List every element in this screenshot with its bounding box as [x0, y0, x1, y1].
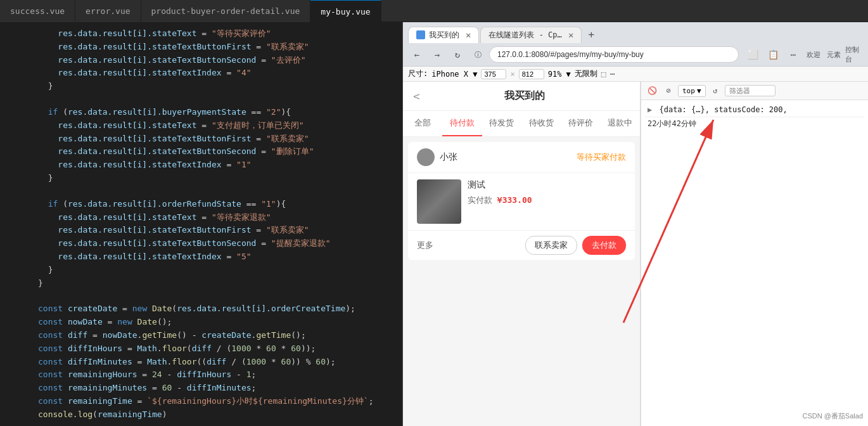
- console-entry-object: ▶ {data: {…}, statusCode: 200,: [645, 103, 864, 117]
- zoom-selector[interactable]: 91% ▼: [548, 70, 571, 79]
- editor-tabs-bar: success.vue error.vue product-buyer-orde…: [0, 0, 868, 22]
- phone-tab-pending-ship[interactable]: 待发货: [482, 111, 521, 136]
- browser-tab-close-mybuy[interactable]: ✕: [466, 30, 471, 40]
- order-seller-info: 小张: [417, 148, 457, 166]
- cast-button[interactable]: ⬜: [744, 46, 762, 63]
- code-line: }: [0, 277, 402, 290]
- footer-more[interactable]: 更多: [417, 240, 433, 251]
- code-line: [0, 93, 402, 106]
- code-line: const remainingTime = `${remainingHours}…: [0, 395, 402, 408]
- code-line: res.data.result[i].stateTextButtonSecond…: [0, 145, 402, 158]
- more-viewport-icon[interactable]: ⋯: [610, 69, 615, 79]
- code-line: res.data.result[i].stateTextButtonSecond…: [0, 54, 402, 67]
- viewport-x: ×: [510, 70, 514, 79]
- product-price: 实付款 ¥333.00: [468, 195, 626, 206]
- main-area: res.data.result[i].stateText = "等待买家评价" …: [0, 22, 868, 426]
- code-line: res.data.result[i].stateTextIndex = "1": [0, 158, 402, 172]
- info-button[interactable]: ⓘ: [469, 46, 487, 63]
- forward-button[interactable]: →: [428, 46, 446, 63]
- tab-success[interactable]: success.vue: [0, 0, 75, 22]
- tab-product[interactable]: product-buyer-order-detail.vue: [141, 0, 311, 22]
- rotate-icon[interactable]: ⬚: [601, 69, 606, 79]
- phone-tab-pending-review[interactable]: 待评价: [561, 111, 600, 136]
- devtools-filter-icon[interactable]: ⊘: [661, 84, 675, 98]
- code-line: const diffInMinutes = Math.floor((diff /…: [0, 356, 402, 369]
- browser-toolbar-right: ⬜ 📋 ⋯ 欢迎 元素 控制台: [744, 46, 863, 63]
- code-line: res.data.result[i].stateText = "等待买家评价": [0, 27, 402, 41]
- devtools-clear-icon[interactable]: 🚫: [645, 84, 659, 98]
- code-line: res.data.result[i].stateTextButtonFirst …: [0, 132, 402, 146]
- top-dropdown-arrow: ▼: [697, 87, 701, 95]
- browser-tab-close-cpolar[interactable]: ✕: [568, 30, 573, 40]
- code-line: res.data.result[i].stateText = "等待卖家退款": [0, 211, 402, 224]
- browser-tab-title-cpolar: 在线隧道列表 - Cpolar: [488, 30, 562, 41]
- browser-address-bar: ← → ↻ ⓘ ⬜ 📋 ⋯ 欢迎 元素 控制台: [403, 43, 868, 66]
- devtools-panel: 🚫 ⊘ top ▼ ↺ ▶ {data: {…}, statusCode: 20…: [641, 82, 868, 426]
- phone-tab-pending-pay[interactable]: 待付款: [442, 111, 482, 136]
- reload-button[interactable]: ↻: [449, 46, 466, 63]
- phone-tab-refund[interactable]: 退款中: [601, 111, 640, 136]
- code-line: res.data.result[i].stateTextIndex = "4": [0, 67, 402, 80]
- more-button[interactable]: ⋯: [784, 46, 802, 63]
- code-line: [0, 185, 402, 198]
- back-button[interactable]: ←: [408, 46, 426, 63]
- browser-tabs-bar: 我买到的 ✕ 在线隧道列表 - Cpolar ✕ +: [403, 22, 868, 43]
- tab-error[interactable]: error.vue: [75, 0, 141, 22]
- limit-selector[interactable]: 无限制: [575, 68, 597, 79]
- screenshot-button[interactable]: 📋: [764, 46, 782, 63]
- code-editor[interactable]: res.data.result[i].stateText = "等待买家评价" …: [0, 22, 402, 426]
- code-line: res.data.result[i].stateText = "支付超时，订单已…: [0, 119, 402, 132]
- code-line: const createDate = new Date(res.data.res…: [0, 302, 402, 316]
- browser-tab-mybuy[interactable]: 我买到的 ✕: [408, 27, 479, 43]
- phone-tab-all[interactable]: 全部: [403, 111, 442, 136]
- viewport-label: 尺寸:: [408, 68, 428, 79]
- order-card: 小张 等待买家付款 测试 实付款 ¥333.00: [408, 142, 635, 260]
- phone-back-button[interactable]: <: [413, 89, 420, 103]
- contact-seller-button[interactable]: 联系卖家: [525, 236, 577, 255]
- seller-avatar: [417, 148, 435, 166]
- code-line: const nowDate = new Date();: [0, 316, 402, 329]
- pay-button[interactable]: 去付款: [582, 236, 626, 255]
- viewport-height[interactable]: [519, 69, 544, 79]
- code-line: res.data.result[i].stateTextButtonSecond…: [0, 237, 402, 250]
- order-item: 测试 实付款 ¥333.00: [408, 173, 635, 230]
- elements-btn[interactable]: 元素: [825, 46, 843, 63]
- console-btn[interactable]: 控制台: [845, 46, 863, 63]
- expand-arrow-icon[interactable]: ▶: [648, 105, 652, 114]
- top-label: top: [682, 87, 695, 95]
- order-card-footer: 更多 联系卖家 去付款: [408, 230, 635, 260]
- browser-tab-cpolar[interactable]: 在线隧道列表 - Cpolar ✕: [480, 27, 582, 43]
- phone-tab-pending-receive[interactable]: 待收货: [521, 111, 561, 136]
- product-image: [417, 179, 461, 224]
- code-line: res.data.result[i].stateTextButtonFirst …: [0, 41, 402, 54]
- phone-simulator: < 我买到的 全部 待付款 待发货 待收货 待评价 退款中: [403, 82, 641, 426]
- devtools-settings-icon[interactable]: ↺: [708, 84, 722, 98]
- viewport-width[interactable]: [481, 69, 506, 79]
- devtools-filter-input[interactable]: [725, 85, 775, 96]
- code-line: console.log(remainingTime): [0, 408, 402, 422]
- product-info: 测试 实付款 ¥333.00: [468, 179, 626, 224]
- code-line: const remainingMinutes = 60 - diffInMinu…: [0, 382, 402, 395]
- code-line: const remainingHours = 24 - diffInHours …: [0, 368, 402, 382]
- device-selector[interactable]: iPhone X ▼: [431, 70, 477, 79]
- product-image-inner: [417, 179, 461, 224]
- seller-name: 小张: [440, 152, 457, 163]
- code-line: if (res.data.result[i].buyerPaymentState…: [0, 106, 402, 119]
- welcome-btn[interactable]: 欢迎: [805, 46, 822, 63]
- code-line: }: [0, 172, 402, 185]
- address-input[interactable]: [489, 46, 739, 63]
- console-object-preview: {data: {…}, statusCode: 200,: [659, 105, 787, 114]
- product-name: 测试: [468, 179, 626, 191]
- devtools-console-content: ▶ {data: {…}, statusCode: 200, 22小时42分钟: [641, 100, 868, 426]
- browser-tab-title-mybuy: 我买到的: [429, 30, 459, 41]
- top-dropdown[interactable]: top ▼: [678, 85, 706, 97]
- code-line: res.data.result[i].stateTextButtonFirst …: [0, 224, 402, 237]
- code-line: [0, 290, 402, 302]
- code-line: res.data.result[i].stateTextIndex = "5": [0, 250, 402, 264]
- console-entry-time: 22小时42分钟: [645, 117, 864, 131]
- new-tab-button[interactable]: +: [583, 26, 599, 43]
- devtools-toolbar: 🚫 ⊘ top ▼ ↺: [641, 82, 868, 100]
- browser-panel: 我买到的 ✕ 在线隧道列表 - Cpolar ✕ + ← → ↻ ⓘ ⬜ 📋: [402, 22, 868, 426]
- tab-mybuy[interactable]: my-buy.vue: [310, 0, 381, 22]
- phone-header: < 我买到的: [403, 82, 640, 111]
